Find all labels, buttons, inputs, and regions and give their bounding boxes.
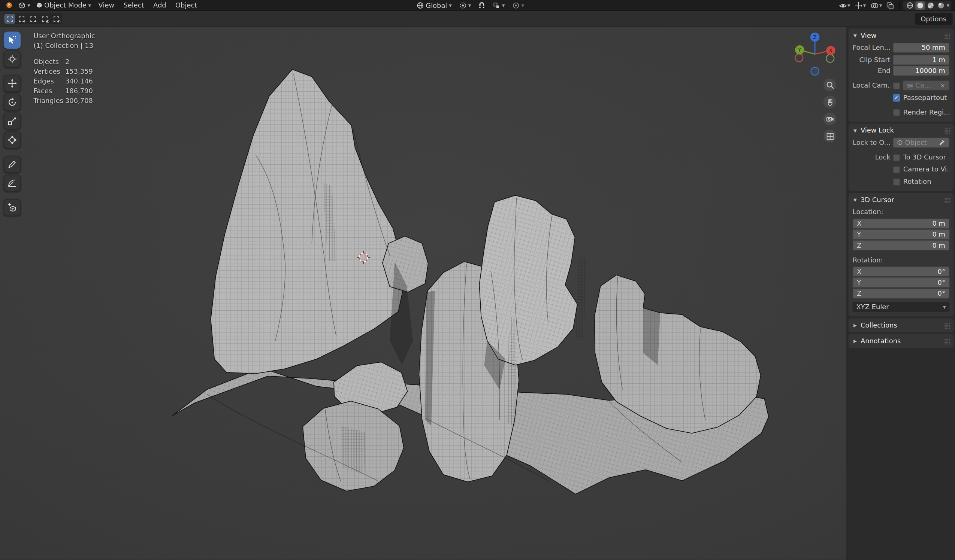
chevron-down-icon: ▼ [521, 4, 524, 8]
clip-start-field[interactable]: 1 m [893, 55, 949, 65]
stat-value: 306,708 [65, 96, 95, 106]
select-mode-extend-button[interactable]: + [16, 14, 27, 23]
lock-to-object-field[interactable]: Object [893, 137, 949, 148]
drag-handle-icon[interactable]: ⣿⣿ [944, 338, 949, 344]
zoom-icon [826, 81, 834, 89]
stat-value: 153,359 [65, 67, 95, 77]
options-popover-button[interactable]: Options [914, 13, 953, 25]
transform-orientation-dropdown[interactable]: Global ▼ [414, 1, 454, 11]
pivot-icon [459, 2, 467, 9]
pivot-point-dropdown[interactable]: ▼ [457, 1, 474, 11]
cursor-rotation-z-field[interactable]: Z 0° [853, 289, 949, 299]
clip-end-field[interactable]: 10000 m [893, 66, 949, 76]
scale-tool[interactable] [4, 113, 21, 130]
panel-collections-header[interactable]: ▶ Collections ⣿⣿ [848, 318, 953, 332]
blender-app-menu-button[interactable] [3, 0, 16, 10]
panel-view-header[interactable]: ▼ View ⣿⣿ [848, 28, 953, 42]
shading-material-button[interactable] [926, 1, 936, 10]
gizmo-negative-y[interactable] [826, 54, 834, 62]
render-region-checkbox[interactable]: ✓ [893, 109, 900, 116]
editor-type-dropdown[interactable]: ▼ [16, 0, 33, 10]
view-name-text: User Orthographic [33, 32, 95, 42]
drag-handle-icon[interactable]: ⣿⣿ [944, 33, 949, 39]
pan-button[interactable] [823, 95, 836, 108]
xray-toggle[interactable] [885, 2, 896, 9]
scale-tool-icon [8, 116, 17, 126]
snap-toggle[interactable] [476, 1, 488, 11]
passepartout-checkbox[interactable]: ✓ [893, 94, 900, 101]
lock-to-object-label: Lock to O... [853, 139, 891, 147]
toggle-perspective-button[interactable] [823, 129, 836, 142]
select-box-tool[interactable] [4, 32, 21, 49]
shading-wireframe-button[interactable] [905, 1, 915, 10]
select-mode-subtract-button[interactable]: − [27, 14, 38, 23]
menu-view[interactable]: View [94, 0, 118, 10]
panel-title: Collections [861, 321, 897, 329]
rotation-order-dropdown[interactable]: XYZ Euler ▼ [853, 302, 949, 312]
panel-title: View Lock [861, 126, 894, 134]
overlays-dropdown[interactable]: ▼ [869, 2, 883, 9]
zoom-button[interactable] [823, 79, 836, 91]
cursor-location-y-field[interactable]: Y 0 m [853, 229, 949, 240]
local-camera-field[interactable]: Ca... × [903, 81, 949, 91]
scene-statistics: Objects2 Vertices153,359 Edges340,146 Fa… [33, 57, 95, 106]
shading-solid-button[interactable] [916, 1, 925, 10]
cursor-rotation-x-field[interactable]: X 0° [853, 267, 949, 277]
measure-tool[interactable] [4, 175, 21, 192]
lock-rotation-label: Rotation [903, 178, 932, 186]
drag-handle-icon[interactable]: ⣿⣿ [944, 322, 949, 328]
add-cube-tool[interactable] [4, 199, 21, 216]
shading-rendered-button[interactable] [936, 1, 946, 10]
field-value: 1 m [932, 56, 945, 64]
camera-view-button[interactable] [823, 113, 836, 125]
view-orientation-gizmo[interactable]: Z Y X [792, 32, 838, 77]
camera-to-view-label: Camera to Vi... [903, 165, 950, 173]
drag-handle-icon[interactable]: ⣿⣿ [944, 197, 949, 203]
gizmo-axis-y[interactable]: Y [795, 45, 804, 54]
local-camera-checkbox[interactable]: ✓ [893, 82, 900, 89]
menu-object[interactable]: Object [171, 0, 202, 10]
gizmo-negative-z[interactable] [811, 67, 819, 75]
axis-label: Y [857, 231, 861, 239]
rock-model-wireframe[interactable] [0, 0, 955, 560]
annotate-tool-icon [8, 159, 17, 169]
select-mode-set-button[interactable] [4, 14, 15, 23]
snap-settings-dropdown[interactable]: ▼ [490, 1, 507, 11]
lock-to-3d-cursor-label: To 3D Cursor [903, 153, 946, 161]
object-visibility-dropdown[interactable]: ▼ [837, 2, 851, 9]
axis-value: 0 m [932, 231, 945, 239]
transform-tool[interactable] [4, 131, 21, 148]
axis-label: Z [857, 242, 861, 249]
select-mode-invert-button[interactable]: ± [39, 14, 50, 23]
lock-3d-cursor-row: ✓ To 3D Cursor [893, 153, 946, 161]
cursor-location-label: Location: [853, 207, 949, 217]
rotate-tool[interactable] [4, 94, 21, 111]
panel-3d-cursor-header[interactable]: ▼ 3D Cursor ⣿⣿ [848, 193, 953, 207]
cursor-location-x-field[interactable]: X 0 m [853, 218, 949, 229]
cursor-location-z-field[interactable]: Z 0 m [853, 240, 949, 251]
clear-icon[interactable]: × [940, 82, 945, 89]
menu-select[interactable]: Select [119, 0, 148, 10]
invert-icon: ± [46, 19, 49, 23]
menu-add[interactable]: Add [149, 0, 171, 10]
gizmo-axis-x[interactable]: X [826, 46, 835, 55]
panel-annotations-header[interactable]: ▶ Annotations ⣿⣿ [848, 334, 953, 348]
mode-dropdown[interactable]: Object Mode ▼ [33, 0, 94, 10]
cursor-tool[interactable] [4, 50, 21, 68]
proportional-editing-toggle[interactable]: ▼ [510, 1, 527, 11]
cursor-rotation-y-field[interactable]: Y 0° [853, 278, 949, 288]
lock-rotation-checkbox[interactable]: ✓ [893, 178, 900, 185]
eyedropper-icon[interactable] [939, 139, 945, 146]
panel-view-lock-header[interactable]: ▼ View Lock ⣿⣿ [848, 123, 953, 137]
transform-tool-icon [8, 135, 17, 145]
gizmos-dropdown[interactable]: ▼ [853, 2, 867, 9]
annotate-tool[interactable] [4, 156, 21, 173]
camera-to-view-checkbox[interactable]: ✓ [893, 166, 900, 173]
lock-to-3d-cursor-checkbox[interactable]: ✓ [893, 153, 900, 161]
select-mode-intersect-button[interactable]: ∩ [50, 14, 61, 23]
move-tool[interactable] [4, 75, 21, 92]
gizmo-axis-z[interactable]: Z [810, 33, 819, 42]
gizmo-negative-x[interactable] [795, 54, 803, 62]
focal-length-field[interactable]: 50 mm [893, 43, 949, 53]
drag-handle-icon[interactable]: ⣿⣿ [944, 128, 949, 134]
